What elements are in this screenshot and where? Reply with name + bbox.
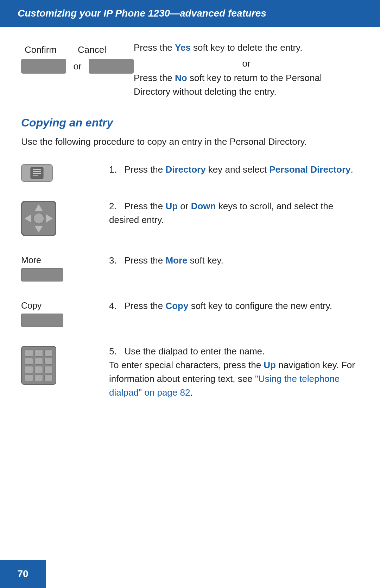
copy-label: Copy: [21, 301, 42, 311]
copy-key: Copy: [165, 301, 188, 311]
section-heading: Copying an entry: [21, 116, 359, 129]
step1-middle: key and select: [206, 164, 270, 175]
step4-number: 4.: [109, 301, 122, 311]
step-4-icon: Copy: [21, 299, 109, 327]
more-softkey-icon: [21, 268, 63, 281]
step-3-icon: More: [21, 254, 109, 281]
more-label: More: [21, 255, 41, 265]
step-3-content: 3. Press the More soft key.: [109, 254, 359, 271]
cancel-button-icon: [89, 59, 134, 74]
step1-number: 1.: [109, 164, 122, 175]
page-number: 70: [17, 568, 28, 580]
dial-key-hash: [44, 375, 53, 382]
button-row: or: [21, 59, 134, 74]
more-key: More: [165, 255, 187, 266]
main-content: Confirm Cancel or Press the Yes soft key…: [0, 41, 380, 403]
step-2-icon: [21, 199, 109, 236]
directory-key-icon: [21, 164, 53, 182]
step-5-row: 5. Use the dialpad to enter the name.To …: [21, 345, 359, 403]
step4-prefix: Press the: [124, 301, 165, 311]
dial-key-6: [44, 358, 53, 365]
dial-key-5: [34, 358, 43, 365]
step2-prefix: Press the: [124, 201, 165, 211]
step-2-text: 2. Press the Up or Down keys to scroll, …: [109, 199, 359, 227]
confirm-cancel-section: Confirm Cancel or Press the Yes soft key…: [21, 41, 359, 102]
step-3-row: More 3. Press the More soft key.: [21, 254, 359, 281]
step-1-content: 1. Press the Directory key and select Pe…: [109, 163, 359, 180]
dial-key-3: [44, 349, 53, 357]
step2-or: or: [178, 201, 191, 211]
step4b-prefix: Press the: [134, 73, 175, 83]
step5-line1: Use the dialpad to enter the name.To ent…: [109, 346, 265, 370]
confirm-label: Confirm: [25, 44, 57, 55]
copy-softkey-icon: [21, 314, 63, 327]
step5-up-key: Up: [264, 360, 276, 370]
step2-number: 2.: [109, 201, 122, 211]
step-5-icon: [21, 345, 109, 385]
step1-suffix: .: [350, 164, 353, 175]
step-2-content: 2. Press the Up or Down keys to scroll, …: [109, 199, 359, 230]
yes-key: Yes: [175, 42, 191, 53]
footer: 70: [0, 560, 46, 588]
svg-rect-0: [31, 167, 43, 179]
step3-number: 3.: [109, 255, 122, 266]
step3-suffix: soft key.: [188, 255, 223, 266]
step4a-text: Press the Yes soft key to delete the ent…: [134, 41, 359, 55]
section-intro: Use the following procedure to copy an e…: [21, 135, 359, 149]
step4b-text: Press the No soft key to return to the P…: [134, 71, 359, 99]
dial-key-8: [34, 366, 43, 373]
confirm-button-icon: [21, 59, 66, 74]
step-1-icon: [21, 163, 109, 182]
dial-key-star: [25, 375, 33, 382]
step-5-text: 5. Use the dialpad to enter the name.To …: [109, 345, 359, 400]
step5-end: .: [190, 387, 192, 398]
step5-number: 5.: [109, 346, 122, 357]
no-key: No: [175, 73, 187, 83]
down-key: Down: [191, 201, 216, 211]
or-middle: or: [134, 58, 359, 69]
dial-key-7: [25, 366, 33, 373]
step4a-prefix: Press the: [134, 42, 175, 53]
step-3-text: 3. Press the More soft key.: [109, 254, 359, 267]
step-4-content: 4. Press the Copy soft key to configure …: [109, 299, 359, 316]
dialpad-icon: [21, 346, 56, 385]
button-labels: Confirm Cancel: [21, 44, 134, 55]
dial-key-0: [34, 375, 43, 382]
copying-section: Copying an entry Use the following proce…: [21, 116, 359, 403]
page-header: Customizing your IP Phone 1230—advanced …: [0, 0, 380, 27]
dial-key-4: [25, 358, 33, 365]
step4a-suffix: soft key to delete the entry.: [191, 42, 302, 53]
confirm-cancel-left: Confirm Cancel or: [21, 41, 134, 74]
step-1-row: 1. Press the Directory key and select Pe…: [21, 163, 359, 182]
step-4-text: 4. Press the Copy soft key to configure …: [109, 299, 359, 313]
or-text: or: [73, 61, 81, 72]
up-key: Up: [165, 201, 178, 211]
directory-key: Directory: [165, 164, 205, 175]
header-title: Customizing your IP Phone 1230—advanced …: [18, 8, 266, 19]
step3-prefix: Press the: [124, 255, 165, 266]
cancel-label: Cancel: [78, 44, 106, 55]
step4-suffix: soft key to configure the new entry.: [188, 301, 332, 311]
step1-prefix: Press the: [124, 164, 165, 175]
dial-key-2: [34, 349, 43, 357]
step-5-content: 5. Use the dialpad to enter the name.To …: [109, 345, 359, 403]
dial-key-9: [44, 366, 53, 373]
nav-key-icon: [21, 201, 56, 236]
step-1-text: 1. Press the Directory key and select Pe…: [109, 163, 359, 177]
dial-key-1: [25, 349, 33, 357]
step-2-row: 2. Press the Up or Down keys to scroll, …: [21, 199, 359, 236]
step-4-row: Copy 4. Press the Copy soft key to confi…: [21, 299, 359, 327]
personal-directory-link: Personal Directory: [269, 164, 350, 175]
svg-point-10: [33, 213, 44, 224]
confirm-cancel-right: Press the Yes soft key to delete the ent…: [134, 41, 359, 102]
